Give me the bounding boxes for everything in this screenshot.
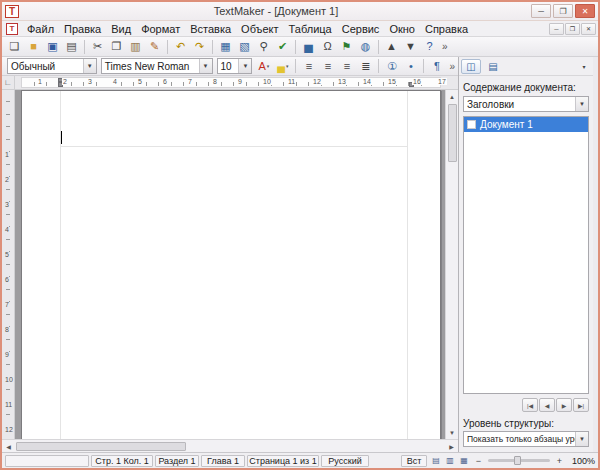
nav-next-button[interactable]: ▶ xyxy=(556,398,572,412)
insert-chart-icon[interactable]: ▅ xyxy=(300,39,317,55)
document-area[interactable] xyxy=(15,90,445,439)
font-color-icon[interactable]: А▾ xyxy=(255,58,272,74)
nav-last-button[interactable]: ▶| xyxy=(573,398,589,412)
search-icon[interactable]: ⚲ xyxy=(255,39,272,55)
chevron-down-icon[interactable]: ▼ xyxy=(575,432,588,446)
vertical-scroll-thumb[interactable] xyxy=(448,104,457,162)
status-chapter[interactable]: Глава 1 xyxy=(201,455,245,467)
scroll-right-icon[interactable]: ▶ xyxy=(445,440,458,453)
zoom-in-button[interactable]: + xyxy=(554,455,565,466)
menu-edit[interactable]: Правка xyxy=(59,22,106,36)
goto-next-icon[interactable]: ▼ xyxy=(402,39,419,55)
menu-view[interactable]: Вид xyxy=(106,22,136,36)
outline-filter-combo[interactable]: Заголовки ▼ xyxy=(463,96,589,112)
zoom-slider[interactable] xyxy=(488,459,550,462)
fullscreen-view-button[interactable]: ▦ xyxy=(457,454,471,467)
horizontal-scrollbar[interactable]: ◀ ▶ xyxy=(2,439,458,452)
help-icon[interactable]: ? xyxy=(421,39,438,55)
tab-type-selector[interactable]: ∟ xyxy=(2,76,15,89)
insert-frame-icon[interactable]: ▧ xyxy=(236,39,253,55)
chevron-down-icon[interactable]: ▾ xyxy=(267,64,270,69)
chevron-down-icon[interactable]: ▼ xyxy=(83,59,96,73)
ruler-number: 7 xyxy=(5,301,9,308)
doc-close-button[interactable]: ✕ xyxy=(581,23,596,35)
new-document-icon[interactable]: ❏ xyxy=(6,39,23,55)
menu-tools[interactable]: Сервис xyxy=(337,22,385,36)
insert-table-icon[interactable]: ▦ xyxy=(217,39,234,55)
bookmark-icon[interactable]: ⚑ xyxy=(338,39,355,55)
font-size-combo[interactable]: 10 ▼ xyxy=(217,58,253,74)
menu-object[interactable]: Объект xyxy=(236,22,283,36)
numbered-list-icon[interactable]: ① xyxy=(383,58,400,74)
objects-pane-toggle-icon[interactable]: ▤ xyxy=(483,59,503,74)
toolbar-overflow-chevron[interactable]: » xyxy=(449,61,455,72)
align-justify-icon[interactable]: ≣ xyxy=(357,58,374,74)
document-menu-icon[interactable]: T xyxy=(6,23,18,35)
goto-previous-icon[interactable]: ▲ xyxy=(383,39,400,55)
doc-restore-button[interactable]: ❐ xyxy=(565,23,580,35)
print-icon[interactable]: ▤ xyxy=(63,39,80,55)
font-name-combo[interactable]: Times New Roman ▼ xyxy=(101,58,213,74)
menu-table[interactable]: Таблица xyxy=(284,22,337,36)
status-page[interactable]: Страница 1 из 1 xyxy=(247,455,319,467)
outline-level-combo[interactable]: Показать только абзацы уровней 1-9 ▼ xyxy=(463,431,589,447)
highlight-icon[interactable]: ▄▾ xyxy=(274,58,291,74)
spell-check-icon[interactable]: ✔ xyxy=(274,39,291,55)
format-paintbrush-icon[interactable]: ✎ xyxy=(146,39,163,55)
chevron-down-icon[interactable]: ▼ xyxy=(199,59,212,73)
bullet-list-icon[interactable]: • xyxy=(402,58,419,74)
paste-icon[interactable]: ▥ xyxy=(127,39,144,55)
status-insert-mode[interactable]: Вст xyxy=(401,455,427,467)
align-right-icon[interactable]: ≡ xyxy=(338,58,355,74)
scroll-left-icon[interactable]: ◀ xyxy=(2,440,15,453)
redo-icon[interactable]: ↷ xyxy=(191,39,208,55)
align-left-icon[interactable]: ≡ xyxy=(300,58,317,74)
menu-file[interactable]: Файл xyxy=(22,22,59,36)
outline-item-checkbox[interactable] xyxy=(467,120,476,129)
doc-minimize-button[interactable]: ─ xyxy=(549,23,564,35)
menu-format[interactable]: Формат xyxy=(136,22,185,36)
zoom-slider-thumb[interactable] xyxy=(514,456,521,465)
nav-previous-button[interactable]: ◀ xyxy=(539,398,555,412)
status-language[interactable]: Русский xyxy=(321,455,369,467)
menu-insert[interactable]: Вставка xyxy=(185,22,236,36)
status-info[interactable] xyxy=(5,455,89,467)
document-page[interactable] xyxy=(21,90,441,439)
maximize-button[interactable]: ❐ xyxy=(553,4,573,18)
chevron-down-icon[interactable]: ▾ xyxy=(286,64,289,69)
close-button[interactable]: ✕ xyxy=(575,4,595,18)
horizontal-ruler[interactable]: 1234567891011121314151617 xyxy=(15,76,458,89)
scroll-down-icon[interactable]: ▼ xyxy=(446,426,459,439)
undo-icon[interactable]: ↶ xyxy=(172,39,189,55)
toolbar-separator xyxy=(423,59,424,73)
menu-help[interactable]: Справка xyxy=(420,22,473,36)
scroll-up-icon[interactable]: ▲ xyxy=(446,90,459,103)
outline-item[interactable]: Документ 1 xyxy=(464,117,588,132)
insert-symbol-icon[interactable]: Ω xyxy=(319,39,336,55)
zoom-out-button[interactable]: − xyxy=(473,455,484,466)
headings-pane-toggle-icon[interactable]: ◫ xyxy=(461,59,481,74)
paragraph-style-combo[interactable]: Обычный ▼ xyxy=(7,58,97,74)
align-center-icon[interactable]: ≡ xyxy=(319,58,336,74)
nav-first-button[interactable]: |◀ xyxy=(522,398,538,412)
insert-hyperlink-icon[interactable]: ◍ xyxy=(357,39,374,55)
chevron-down-icon[interactable]: ▼ xyxy=(575,97,588,111)
document-outline-list[interactable]: Документ 1 xyxy=(463,116,589,394)
copy-icon[interactable]: ❐ xyxy=(108,39,125,55)
vertical-scrollbar[interactable]: ▲ ▼ xyxy=(445,90,458,439)
menu-window[interactable]: Окно xyxy=(384,22,420,36)
minimize-button[interactable]: ─ xyxy=(531,4,551,18)
paragraph-marks-icon[interactable]: ¶ xyxy=(428,58,445,74)
status-cursor-position[interactable]: Стр. 1 Кол. 1 xyxy=(91,455,153,467)
page-layout-view-button[interactable]: ▤ xyxy=(429,454,443,467)
status-section[interactable]: Раздел 1 xyxy=(155,455,199,467)
normal-view-button[interactable]: ▥ xyxy=(443,454,457,467)
cut-icon[interactable]: ✂ xyxy=(89,39,106,55)
chevron-down-icon[interactable]: ▼ xyxy=(238,59,251,73)
toolbar-overflow-chevron[interactable]: » xyxy=(442,41,448,52)
open-folder-icon[interactable]: ■ xyxy=(25,39,42,55)
vertical-ruler[interactable]: 123456789101112 xyxy=(2,90,15,439)
sidebar-menu-dropdown[interactable]: ▾ xyxy=(577,63,591,70)
horizontal-scroll-thumb[interactable] xyxy=(16,442,186,451)
save-icon[interactable]: ▣ xyxy=(44,39,61,55)
